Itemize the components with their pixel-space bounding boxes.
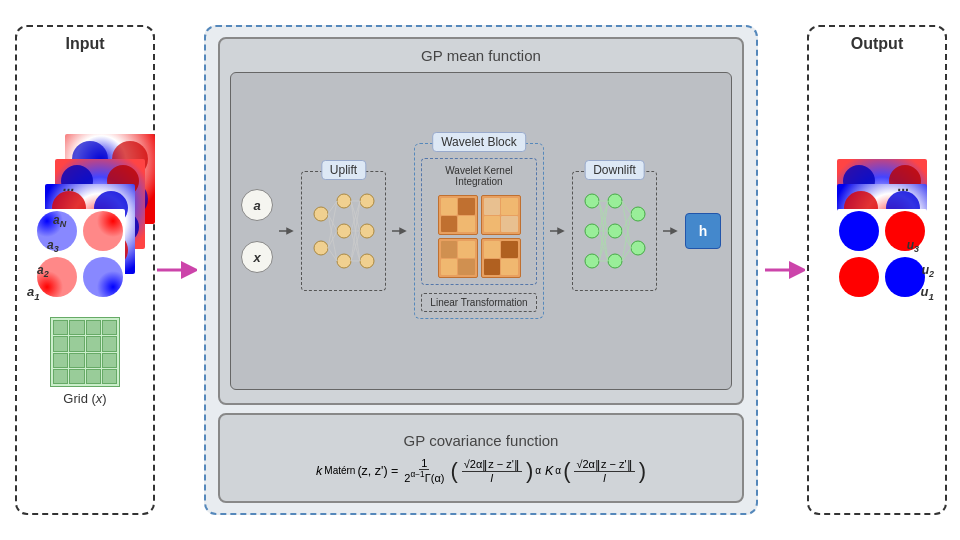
- svg-point-47: [585, 194, 599, 208]
- linear-transform-label: Linear Transformation: [430, 297, 527, 308]
- output-title: Output: [851, 35, 903, 53]
- svg-point-25: [337, 224, 351, 238]
- conn-arrow-3: [550, 225, 566, 237]
- svg-point-28: [360, 224, 374, 238]
- uplift-label: Uplift: [321, 160, 366, 180]
- kernel-block-4: [481, 238, 521, 278]
- downlift-label: Downlift: [584, 160, 645, 180]
- conn-arrow-1: [279, 225, 295, 237]
- svg-point-83: [839, 211, 879, 251]
- svg-point-29: [360, 254, 374, 268]
- kernel-block-3: [438, 238, 478, 278]
- input-image-a1: [35, 209, 125, 299]
- downlift-nn-svg: [580, 181, 650, 281]
- wavelet-block: Wavelet Block Wavelet KernelIntegration: [414, 143, 544, 319]
- label-u2: u2: [922, 263, 934, 279]
- downlift-block: Downlift: [572, 171, 657, 291]
- label-a1: a1: [27, 284, 40, 302]
- svg-point-54: [631, 241, 645, 255]
- wavelet-kernel-label: Wavelet KernelIntegration: [445, 165, 512, 187]
- svg-point-52: [608, 254, 622, 268]
- svg-point-50: [608, 194, 622, 208]
- svg-point-53: [631, 207, 645, 221]
- svg-point-84: [885, 211, 925, 251]
- label-a2: a2: [37, 263, 49, 279]
- output-h-node: h: [685, 213, 721, 249]
- uplift-nn-svg: [309, 181, 379, 281]
- output-panel: Output: [807, 25, 947, 515]
- wavelet-kernel-box: Wavelet KernelIntegration: [421, 158, 537, 285]
- svg-point-51: [608, 224, 622, 238]
- input-nodes: a x: [241, 189, 273, 273]
- grid-label: Grid (x): [63, 391, 106, 406]
- uplift-block: Uplift: [301, 171, 386, 291]
- svg-point-19: [83, 257, 123, 297]
- label-a3: a3: [47, 238, 59, 254]
- svg-point-22: [314, 207, 328, 221]
- center-panel: GP mean function a x Uplift: [204, 25, 758, 515]
- output-stacked-images: ... u2: [817, 59, 937, 299]
- node-a: a: [241, 189, 273, 221]
- label-u1: u1: [921, 284, 934, 302]
- label-aN: aN: [53, 213, 66, 229]
- output-dots: ...: [897, 178, 909, 194]
- input-stacked-images: aN a3: [25, 59, 145, 299]
- kernel-block-2: [481, 195, 521, 235]
- grid-image: [50, 317, 120, 387]
- svg-point-27: [360, 194, 374, 208]
- formula-display: kMatérn (z, z') = 1 2α−1Γ(α) ( √2α‖z − z…: [316, 457, 646, 484]
- gp-cov-title: GP covariance function: [404, 432, 559, 449]
- gp-mean-title: GP mean function: [230, 47, 732, 64]
- gp-mean-box: GP mean function a x Uplift: [218, 37, 744, 405]
- input-panel: Input: [15, 25, 155, 515]
- inner-architecture: a x Uplift: [230, 72, 732, 390]
- wavelet-kernels: [438, 195, 521, 278]
- svg-point-85: [839, 257, 879, 297]
- svg-point-24: [337, 194, 351, 208]
- wavelet-block-label: Wavelet Block: [432, 132, 526, 152]
- input-dots: ...: [63, 178, 75, 194]
- input-title: Input: [65, 35, 104, 53]
- conn-arrow-4: [663, 225, 679, 237]
- node-x: x: [241, 241, 273, 273]
- conn-arrow-2: [392, 225, 408, 237]
- center-to-output-arrow: [765, 252, 805, 288]
- grid-section: Grid (x): [50, 317, 120, 406]
- svg-point-26: [337, 254, 351, 268]
- output-image-u1: [837, 209, 927, 299]
- svg-point-17: [83, 211, 123, 251]
- svg-point-49: [585, 254, 599, 268]
- label-u3: u3: [907, 238, 919, 254]
- linear-transform-box: Linear Transformation: [421, 293, 536, 312]
- svg-point-23: [314, 241, 328, 255]
- kernel-block-1: [438, 195, 478, 235]
- svg-point-48: [585, 224, 599, 238]
- gp-cov-box: GP covariance function kMatérn (z, z') =…: [218, 413, 744, 503]
- svg-point-86: [885, 257, 925, 297]
- input-to-center-arrow: [157, 252, 197, 288]
